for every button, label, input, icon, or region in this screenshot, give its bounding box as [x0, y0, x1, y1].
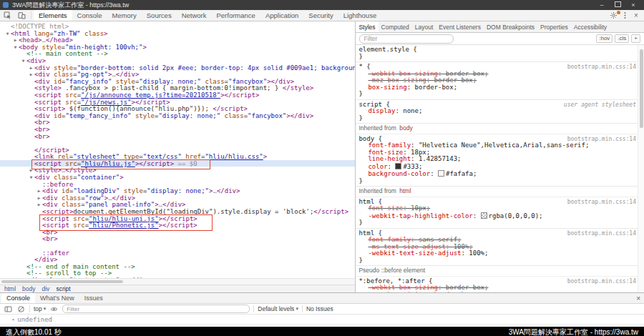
tab-lighthouse[interactable]: Lighthouse [338, 10, 381, 21]
dom-tree-line[interactable]: ▶<div class="pg-opt">…</div> [0, 71, 355, 78]
console-result-line[interactable]: ◂undefined [0, 315, 644, 325]
frame-context-selector[interactable]: top ▾ [34, 305, 46, 312]
stylesheet-source-link[interactable]: bootstrap.min.css:14 [567, 64, 636, 71]
scrollbar-thumb[interactable] [1, 280, 123, 284]
inspect-element-icon[interactable] [0, 10, 14, 21]
color-swatch[interactable] [395, 163, 401, 169]
dom-tree-line[interactable]: <script>document.getElementById("loading… [0, 208, 355, 215]
tree-expand-arrow[interactable]: ▼ [4, 30, 11, 37]
tree-expand-arrow[interactable]: ▶ [36, 187, 42, 194]
dom-tree-line[interactable]: ▶<div id="loadingDiv" style="display: no… [0, 187, 355, 194]
tree-expand-arrow[interactable]: ▶ [28, 64, 34, 71]
css-property[interactable]: -moz-box-sizing: border-box; [358, 77, 630, 84]
dom-tree-line[interactable]: </div> [0, 256, 355, 263]
dom-tree-line[interactable]: ▶<div style="border-bottom: solid 2px #e… [0, 64, 355, 71]
pseudo-class-button[interactable]: + [631, 34, 640, 43]
breadcrumb-item[interactable]: body [22, 285, 35, 292]
dom-tree-line[interactable]: ▼<div class="container"> [0, 174, 355, 181]
tree-expand-arrow[interactable]: ▶ [36, 194, 42, 202]
console-sidebar-icon[interactable] [4, 305, 13, 313]
css-property[interactable]: box-sizing: border-box; [358, 84, 630, 92]
minimize-button[interactable]: – [594, 0, 610, 10]
dom-tree-line[interactable]: ::before [0, 181, 355, 188]
css-property[interactable]: -webkit-text-size-adjust: 100%; [358, 250, 630, 257]
tab-console[interactable]: Console [72, 10, 107, 21]
dom-tree-line[interactable]: ▶<div class="row">…</div> [0, 194, 355, 202]
pseudo-class-button[interactable]: .cls [615, 34, 629, 43]
sidebar-tab-event-listeners[interactable]: Event Listeners [436, 21, 484, 32]
console-filter-input[interactable] [62, 305, 250, 313]
close-button[interactable]: × [625, 0, 641, 10]
inherited-node-link[interactable]: body [399, 124, 412, 132]
inherited-node-link[interactable]: html [399, 187, 411, 194]
dom-tree-line[interactable]: ▶<style>…</style> [0, 167, 355, 174]
css-property[interactable]: color: #333; [358, 163, 630, 171]
dom-tree-line[interactable]: <div id="fancy_info" style="display: non… [0, 78, 355, 85]
tree-expand-arrow[interactable]: ▶ [12, 36, 19, 44]
breadcrumb-item[interactable]: div [42, 285, 50, 292]
dom-tree-line[interactable]: ::after [0, 249, 355, 257]
device-toolbar-icon[interactable] [14, 10, 29, 21]
drawer-tab-issues[interactable]: Issues [79, 293, 108, 303]
token-lk[interactable]: "/js/announce_temp.js?time=20210518" [81, 92, 220, 99]
token-lk[interactable]: "hliu/hliu.js" [81, 160, 135, 167]
tab-network[interactable]: Network [177, 10, 212, 21]
dom-tree-line[interactable]: <div id="temp_fancy_info" style="display… [0, 112, 355, 119]
dom-tree-line[interactable]: ▼<div> [0, 57, 355, 64]
rule-selector[interactable]: element.style { [358, 46, 630, 54]
dom-tree-line[interactable]: ▶<div class="panel panel-info">…</div> [0, 201, 355, 208]
dom-tree-line[interactable]: <link rel="stylesheet" type="text/css" h… [0, 153, 355, 160]
maximize-button[interactable] [610, 0, 625, 10]
color-swatch[interactable] [438, 170, 444, 177]
dom-tree-line[interactable]: <script src="hliu/hliu.js"></script> == … [0, 160, 355, 167]
token-lk[interactable]: "/js/news.js" [81, 99, 131, 106]
styles-filter-input[interactable] [359, 34, 454, 44]
dom-tree-line[interactable] [0, 139, 355, 147]
tree-expand-arrow[interactable]: ▶ [28, 71, 34, 78]
token-lk[interactable]: "hliu/hliu.css" [205, 153, 263, 160]
dom-tree-line[interactable] [0, 242, 355, 249]
css-property[interactable]: -moz-box-sizing: border-box; [358, 292, 630, 293]
stylesheet-source-link[interactable]: bootstrap.min.css:14 [567, 230, 636, 237]
dom-tree-line[interactable]: </script> [0, 147, 355, 154]
dom-tree-line[interactable]: <!-- main content --> [0, 50, 355, 57]
dom-tree-line[interactable]: <!-- scroll to top --> [0, 270, 355, 277]
css-property[interactable]: line-height: 1.42857143; [358, 156, 630, 163]
stylesheet-source-link[interactable]: bootstrap.min.css:14 [567, 136, 636, 143]
horizontal-scrollbar[interactable] [0, 278, 355, 285]
dom-tree-line[interactable]: ▼<body style="min-height: 100vh;"> [0, 44, 355, 51]
tab-elements[interactable]: Elements [34, 10, 72, 21]
log-levels-dropdown[interactable]: Default levels ▾ [258, 305, 298, 312]
css-property[interactable]: background-color: #fafafa; [358, 170, 630, 178]
dom-tree-line[interactable]: <br> [0, 133, 355, 140]
dom-tree-line[interactable]: <br> [0, 235, 355, 242]
tree-expand-arrow[interactable]: ▶ [36, 201, 42, 208]
css-property[interactable]: display: none; [358, 108, 630, 115]
dom-tree-line[interactable]: <br> [0, 119, 355, 126]
dom-tree-line[interactable]: ▶<head>…</head> [0, 36, 355, 44]
token-lk[interactable]: "hliu/Phonetic.js" [89, 222, 159, 229]
tab-performance[interactable]: Performance [211, 10, 260, 21]
sidebar-tab-dom-breakpoints[interactable]: DOM Breakpoints [484, 21, 537, 32]
issues-counter[interactable]: No Issues [306, 305, 333, 312]
stylesheet-source-link[interactable]: bootstrap.min.css:14 [567, 278, 636, 285]
scrollbar-thumb[interactable] [640, 49, 643, 128]
stylesheet-source-link[interactable]: bootstrap.min.css:14 [567, 199, 636, 206]
tab-sources[interactable]: Sources [142, 10, 177, 21]
dom-tree-line[interactable]: <!DOCTYPE html> [0, 23, 355, 30]
drawer-tab-what-s-new[interactable]: What's New [35, 293, 79, 303]
css-property[interactable]: -ms-text-size-adjust: 100%; [358, 244, 630, 251]
sidebar-tab-styles[interactable]: Styles [356, 21, 378, 32]
color-swatch[interactable] [481, 212, 487, 219]
pseudo-class-button[interactable]: :hov [596, 34, 613, 43]
tab-security[interactable]: Security [303, 10, 338, 21]
tree-expand-arrow[interactable]: ▼ [20, 57, 26, 64]
dom-tree-line[interactable]: <script src="/js/news.js"></script> [0, 99, 355, 106]
dom-tree-line[interactable]: <script src="hliu/hliu-uni.js"></script> [0, 215, 355, 222]
drawer-tab-console[interactable]: Console [1, 293, 35, 303]
css-property[interactable]: -webkit-tap-highlight-color: rgba(0,0,0,… [358, 212, 630, 220]
tree-expand-arrow[interactable]: ▼ [28, 174, 34, 181]
kebab-menu-icon[interactable] [619, 11, 630, 21]
css-property[interactable]: font-size: 10px; [358, 205, 630, 212]
dom-tree-line[interactable]: <!-- end of main content --> [0, 263, 355, 270]
